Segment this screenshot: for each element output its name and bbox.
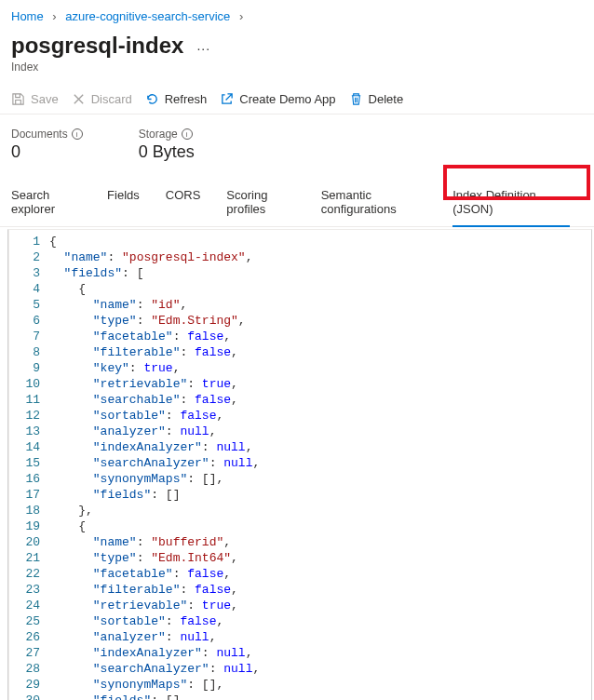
subtitle: Index	[0, 61, 594, 87]
more-icon[interactable]: ···	[196, 41, 210, 56]
tab-cors[interactable]: CORS	[166, 182, 214, 226]
chevron-right-icon: ›	[52, 9, 56, 23]
save-icon	[11, 92, 25, 106]
close-icon	[72, 92, 86, 106]
storage-value: 0 Bytes	[139, 142, 195, 162]
refresh-icon	[145, 92, 159, 106]
tab-json[interactable]: Index Definition (JSON)	[452, 182, 570, 227]
tabs: Search explorer Fields CORS Scoring prof…	[0, 171, 594, 227]
stats-row: Documentsi 0 Storagei 0 Bytes	[0, 114, 594, 171]
code-content[interactable]: { "name": "posgresql-index", "fields": […	[49, 230, 591, 700]
discard-button[interactable]: Discard	[72, 92, 132, 106]
save-button[interactable]: Save	[11, 92, 59, 106]
tab-search-explorer[interactable]: Search explorer	[11, 182, 94, 226]
delete-button[interactable]: Delete	[349, 92, 404, 106]
page-title: posgresql-index	[11, 33, 183, 59]
refresh-button[interactable]: Refresh	[145, 92, 208, 106]
tab-fields[interactable]: Fields	[107, 182, 153, 226]
info-icon: i	[182, 128, 193, 140]
code-editor[interactable]: 1234567891011121314151617181920212223242…	[7, 229, 592, 700]
tab-scoring[interactable]: Scoring profiles	[226, 182, 307, 226]
external-link-icon	[220, 92, 234, 106]
breadcrumb-home[interactable]: Home	[11, 9, 44, 23]
toolbar: Save Discard Refresh Create Demo App Del…	[0, 87, 594, 114]
line-gutter: 1234567891011121314151617181920212223242…	[8, 230, 49, 700]
breadcrumb: Home › azure-cognitive-search-service ›	[0, 0, 594, 29]
storage-stat: Storagei 0 Bytes	[139, 128, 195, 162]
create-demo-button[interactable]: Create Demo App	[220, 92, 335, 106]
chevron-right-icon: ›	[239, 9, 243, 23]
breadcrumb-service[interactable]: azure-cognitive-search-service	[65, 9, 230, 23]
trash-icon	[349, 92, 363, 106]
docs-stat: Documentsi 0	[11, 128, 83, 162]
docs-value: 0	[11, 142, 83, 162]
info-icon: i	[72, 128, 83, 140]
tab-semantic[interactable]: Semantic configurations	[321, 182, 440, 226]
